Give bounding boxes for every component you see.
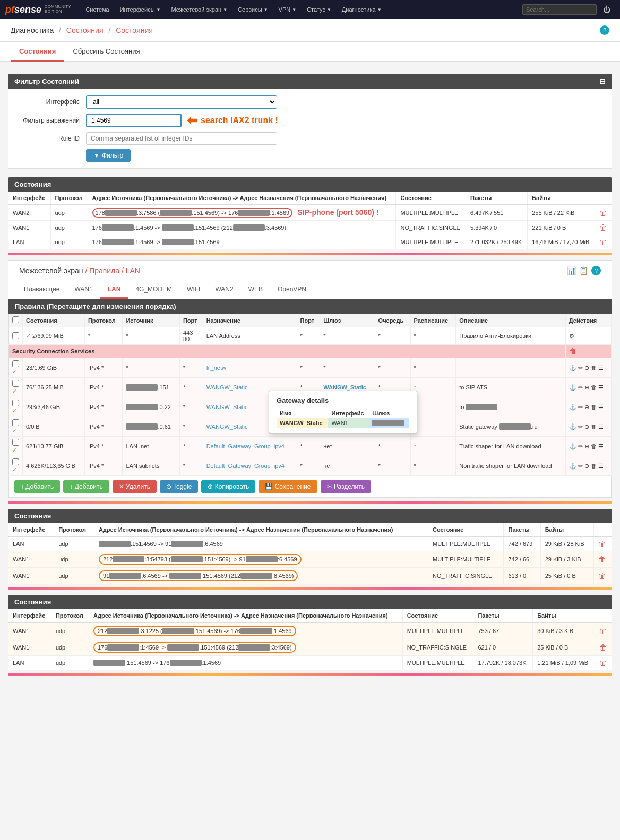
- nav-interfaces[interactable]: Интерфейсы ▼: [116, 0, 165, 19]
- split-button[interactable]: ✂ Разделить: [321, 480, 371, 493]
- rule-edit-icon[interactable]: ✏: [578, 365, 583, 371]
- rule-anchor-icon[interactable]: ⚓: [569, 463, 576, 470]
- rule-copy-icon[interactable]: ⊕: [584, 423, 589, 430]
- col-states: Состояния: [23, 314, 85, 327]
- rule-anchor-icon[interactable]: ⚓: [569, 423, 576, 430]
- delete-icon[interactable]: 🗑: [599, 643, 607, 652]
- delete-icon[interactable]: 🗑: [599, 223, 607, 232]
- delete-icon[interactable]: 🗑: [569, 347, 576, 356]
- rule-edit-icon[interactable]: ✏: [578, 463, 583, 470]
- rule-anchor-icon[interactable]: ⚓: [569, 404, 576, 411]
- nav-firewall[interactable]: Межсетевой экран ▼: [167, 0, 231, 19]
- nav-vpn[interactable]: VPN ▼: [274, 0, 301, 19]
- rule-more-icon[interactable]: ☰: [598, 423, 604, 430]
- delete-icon[interactable]: 🗑: [599, 627, 607, 635]
- rule-copy-icon[interactable]: ⊕: [584, 443, 589, 450]
- delete-icon[interactable]: 🗑: [598, 540, 606, 548]
- interface-select[interactable]: all WAN WAN1 LAN WAN2: [86, 95, 277, 109]
- rule-more-icon[interactable]: ☰: [598, 463, 604, 470]
- ruleid-input[interactable]: [86, 132, 277, 145]
- rule-more-icon[interactable]: ☰: [598, 404, 604, 411]
- fw-tab-floating[interactable]: Плавающие: [16, 281, 67, 299]
- top-search-input[interactable]: [522, 4, 597, 15]
- rule-anchor-icon[interactable]: ⚓: [569, 384, 576, 391]
- delete-icon[interactable]: 🗑: [599, 238, 607, 246]
- nav-status[interactable]: Статус ▼: [303, 0, 335, 19]
- cell-delete[interactable]: 🗑: [593, 536, 612, 551]
- cell-sched: *: [410, 358, 456, 378]
- rule-edit-icon[interactable]: ✏: [578, 384, 583, 391]
- add-button-1[interactable]: ↑ Добавить: [14, 480, 60, 493]
- annotation-text: search IAX2 trunk !: [201, 116, 278, 125]
- fw-tab-wifi[interactable]: WIFI: [179, 281, 208, 299]
- rule-copy-icon[interactable]: ⊕: [584, 463, 589, 470]
- rule-edit-icon[interactable]: ✏: [578, 443, 583, 450]
- delete-icon[interactable]: 🗑: [599, 209, 607, 217]
- rule-anchor-icon[interactable]: ⚓: [569, 443, 576, 450]
- nav-diagnostics[interactable]: Диагностика ▼: [338, 0, 386, 19]
- rule-copy-icon[interactable]: ⊕: [584, 365, 589, 371]
- cell-delete[interactable]: 🗑: [595, 235, 612, 249]
- nav-sistema[interactable]: Система: [81, 0, 113, 19]
- save-button[interactable]: 💾 Сохранение: [259, 480, 317, 493]
- cell-delete[interactable]: 🗑: [593, 551, 612, 568]
- rule-edit-icon[interactable]: ✏: [578, 423, 583, 430]
- fw-help-icon[interactable]: ?: [591, 266, 601, 275]
- rule-copy-icon[interactable]: ⊕: [584, 384, 589, 391]
- fw-breadcrumb-rules[interactable]: Правила: [89, 266, 119, 275]
- rule-more-icon[interactable]: ☰: [598, 365, 604, 371]
- select-all-checkbox[interactable]: [12, 316, 19, 323]
- fw-tab-wan1[interactable]: WAN1: [67, 281, 100, 299]
- help-icon[interactable]: ?: [600, 25, 609, 35]
- rule-del-icon[interactable]: 🗑: [591, 384, 597, 391]
- rule-more-icon[interactable]: ☰: [598, 443, 604, 450]
- fw-breadcrumb-lan[interactable]: LAN: [126, 266, 140, 275]
- delete-button[interactable]: ✕ Удалить: [113, 480, 157, 493]
- rule-del-icon[interactable]: 🗑: [591, 404, 597, 411]
- gear-action-icon[interactable]: ⚙: [569, 333, 574, 339]
- security-group-delete[interactable]: 🗑: [565, 345, 611, 358]
- cell-packets: 742 / 66: [504, 551, 540, 568]
- delete-icon[interactable]: 🗑: [598, 571, 606, 580]
- copy-button[interactable]: ⊕ Копировать: [201, 480, 255, 493]
- expression-input[interactable]: [86, 114, 182, 127]
- cell-delete[interactable]: 🗑: [595, 205, 612, 221]
- cell-port: *: [179, 358, 203, 378]
- rule-anchor-icon[interactable]: ⚓: [569, 365, 576, 371]
- fw-tab-web[interactable]: WEB: [241, 281, 270, 299]
- cell-dest: fil_netw: [203, 358, 297, 378]
- rule-del-icon[interactable]: 🗑: [591, 463, 597, 470]
- breadcrumb-link-states[interactable]: Состояния: [66, 26, 104, 34]
- fw-tab-openvpn[interactable]: OpenVPN: [270, 281, 314, 299]
- rule-copy-icon[interactable]: ⊕: [584, 404, 589, 411]
- cell-delete[interactable]: 🗑: [595, 656, 612, 670]
- rule-del-icon[interactable]: 🗑: [591, 443, 597, 450]
- tab-states[interactable]: Состояния: [11, 42, 64, 62]
- chart-icon[interactable]: 📊: [567, 266, 576, 275]
- rule-more-icon[interactable]: ☰: [598, 384, 604, 391]
- rule-del-icon[interactable]: 🗑: [591, 365, 597, 371]
- fw-tab-wan2[interactable]: WAN2: [208, 281, 240, 299]
- rule-del-icon[interactable]: 🗑: [591, 423, 597, 430]
- delete-icon[interactable]: 🗑: [599, 659, 607, 667]
- logout-icon[interactable]: ⏻: [599, 5, 615, 14]
- nav-services[interactable]: Сервисы ▼: [234, 0, 272, 19]
- add-button-2[interactable]: ↓ Добавить: [63, 480, 109, 493]
- filter-collapse-icon[interactable]: ⊟: [599, 77, 606, 85]
- cell-delete[interactable]: 🗑: [595, 622, 612, 639]
- cell-delete[interactable]: 🗑: [595, 221, 612, 235]
- cell-state: MULTIPLE:MULTIPLE: [396, 235, 466, 249]
- delete-icon[interactable]: 🗑: [598, 555, 606, 564]
- rule-edit-icon[interactable]: ✏: [578, 404, 583, 411]
- cell-delete[interactable]: 🗑: [593, 568, 612, 584]
- toggle-button[interactable]: ⊙ Toggle: [160, 480, 198, 493]
- gw-name: WANGW_Static: [277, 418, 328, 428]
- gw-col-interface: Интерфейс: [328, 409, 369, 418]
- table-icon[interactable]: 📋: [579, 266, 588, 275]
- filter-button[interactable]: ▼ Фильтр: [86, 149, 131, 162]
- tab-reset-states[interactable]: Сбросить Состояния: [64, 42, 148, 62]
- cell-delete[interactable]: 🗑: [595, 639, 612, 656]
- fw-tab-4gmodem[interactable]: 4G_MODEM: [128, 281, 179, 299]
- fw-tab-lan[interactable]: LAN: [100, 281, 128, 299]
- cell-addresses: 176 :1:4569 -> .151:4569 (212 :3:4569): [89, 639, 403, 656]
